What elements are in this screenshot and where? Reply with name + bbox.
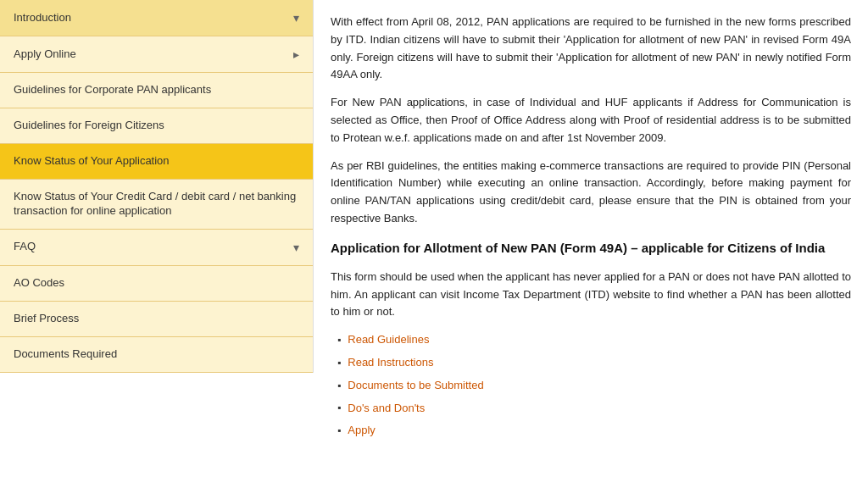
intro-para-2: For New PAN applications, in case of Ind… — [331, 94, 851, 147]
sidebar-item-label-apply-online: Apply Online — [14, 47, 287, 62]
sidebar-item-ao-codes[interactable]: AO Codes — [0, 266, 313, 302]
sidebar: Introduction▾Apply Online▸Guidelines for… — [0, 0, 314, 488]
sidebar-nav: Introduction▾Apply Online▸Guidelines for… — [0, 0, 314, 373]
section-title: Application for Allotment of New PAN (Fo… — [331, 238, 851, 258]
sidebar-item-label-know-status: Know Status of Your Application — [14, 154, 299, 169]
intro-para-1: With effect from April 08, 2012, PAN app… — [331, 14, 851, 84]
list-item: Read Instructions — [337, 354, 851, 372]
sidebar-item-guidelines-corporate[interactable]: Guidelines for Corporate PAN applicants — [0, 73, 313, 108]
sidebar-item-faq[interactable]: FAQ▾ — [0, 230, 313, 266]
sidebar-item-label-ao-codes: AO Codes — [14, 276, 299, 291]
sidebar-item-label-know-credit-status: Know Status of Your Credit Card / debit … — [14, 190, 299, 219]
section-para: This form should be used when the applic… — [331, 269, 851, 321]
link-dos-donts[interactable]: Do's and Don'ts — [348, 400, 425, 418]
list-item: Apply — [337, 422, 851, 440]
sidebar-item-apply-online[interactable]: Apply Online▸ — [0, 36, 313, 73]
link-apply[interactable]: Apply — [348, 422, 376, 440]
sidebar-arrow-apply-online: ▸ — [293, 47, 299, 62]
intro-para-3: As per RBI guidelines, the entities maki… — [331, 158, 851, 228]
list-item: Documents to be Submitted — [337, 377, 851, 395]
sidebar-item-documents-required[interactable]: Documents Required — [0, 337, 313, 373]
list-item: Do's and Don'ts — [337, 400, 851, 418]
sidebar-item-know-status[interactable]: Know Status of Your Application — [0, 144, 313, 180]
link-read-guidelines[interactable]: Read Guidelines — [348, 331, 429, 349]
sidebar-item-label-guidelines-foreign: Guidelines for Foreign Citizens — [14, 119, 299, 133]
sidebar-item-guidelines-foreign[interactable]: Guidelines for Foreign Citizens — [0, 108, 313, 144]
sidebar-item-introduction[interactable]: Introduction▾ — [0, 0, 313, 36]
sidebar-item-label-introduction: Introduction — [14, 11, 287, 25]
link-list: Read GuidelinesRead InstructionsDocument… — [337, 331, 851, 440]
link-documents-submitted[interactable]: Documents to be Submitted — [348, 377, 483, 395]
link-read-instructions[interactable]: Read Instructions — [348, 354, 433, 372]
sidebar-arrow-faq: ▾ — [293, 240, 299, 255]
sidebar-item-label-faq: FAQ — [14, 240, 287, 254]
main-content: With effect from April 08, 2012, PAN app… — [314, 0, 868, 488]
sidebar-item-label-documents-required: Documents Required — [14, 347, 299, 362]
sidebar-arrow-introduction: ▾ — [293, 10, 299, 25]
sidebar-item-label-brief-process: Brief Process — [14, 312, 299, 326]
sidebar-item-label-guidelines-corporate: Guidelines for Corporate PAN applicants — [14, 83, 299, 97]
list-item: Read Guidelines — [337, 331, 851, 349]
sidebar-item-brief-process[interactable]: Brief Process — [0, 302, 313, 337]
sidebar-item-know-credit-status[interactable]: Know Status of Your Credit Card / debit … — [0, 180, 313, 230]
